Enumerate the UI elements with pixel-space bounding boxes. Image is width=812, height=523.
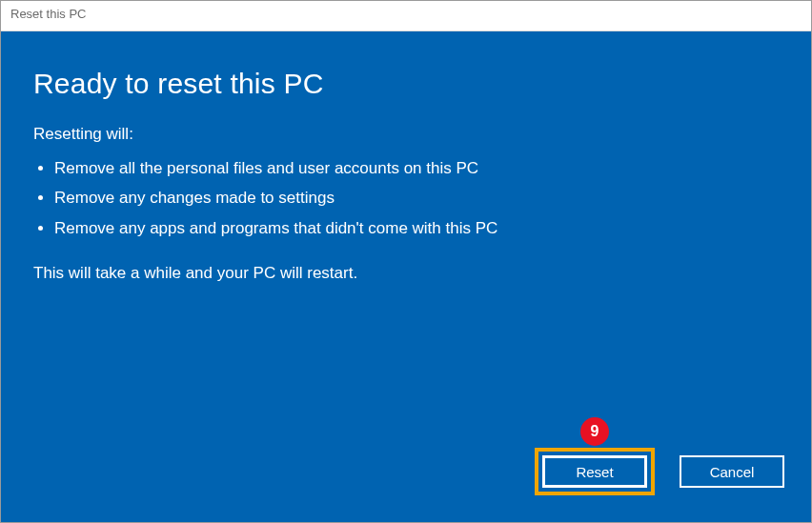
button-row: 9 Reset Cancel — [535, 448, 784, 495]
reset-pc-window: Reset this PC Ready to reset this PC Res… — [0, 0, 812, 523]
window-title: Reset this PC — [10, 7, 86, 21]
window-titlebar: Reset this PC — [1, 1, 811, 31]
cancel-button[interactable]: Cancel — [680, 455, 784, 488]
list-item: Remove all the personal files and user a… — [54, 153, 779, 183]
list-item: Remove any apps and programs that didn't… — [54, 213, 779, 243]
subheading: Resetting will: — [33, 125, 779, 144]
step-highlight: 9 Reset — [535, 448, 655, 495]
reset-effects-list: Remove all the personal files and user a… — [33, 153, 779, 243]
page-heading: Ready to reset this PC — [33, 68, 779, 100]
restart-note: This will take a while and your PC will … — [33, 264, 779, 283]
list-item: Remove any changes made to settings — [54, 183, 779, 212]
content-pane: Ready to reset this PC Resetting will: R… — [1, 31, 811, 522]
step-badge: 9 — [580, 417, 609, 446]
reset-button[interactable]: Reset — [542, 455, 647, 488]
